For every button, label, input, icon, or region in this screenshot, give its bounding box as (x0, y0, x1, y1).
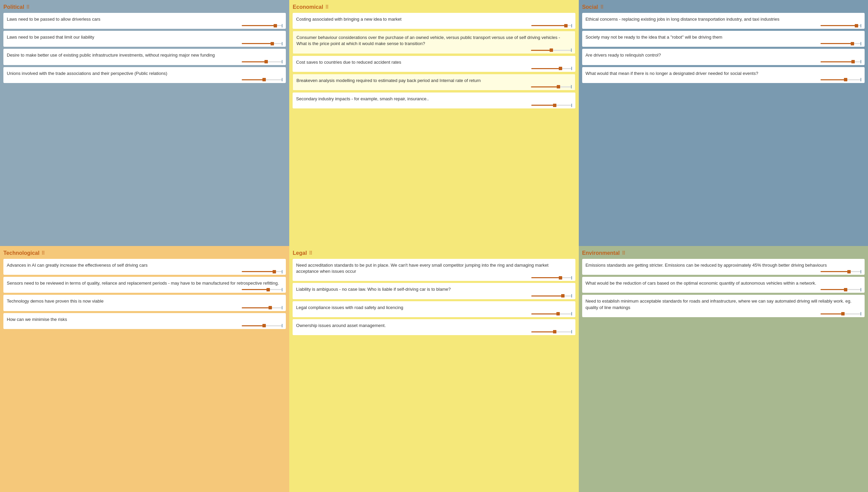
slider-track[interactable] (821, 79, 861, 80)
card-economical-2[interactable]: Cost saves to countries due to reduced a… (293, 56, 575, 72)
card-slider[interactable] (7, 271, 282, 273)
slider-track[interactable] (821, 271, 861, 272)
card-slider[interactable] (586, 43, 861, 45)
card-slider[interactable] (296, 313, 572, 315)
slider-track[interactable] (242, 289, 282, 290)
slider-track[interactable] (821, 61, 861, 62)
card-legal-1[interactable]: Liability is ambiguous - no case law. Wh… (293, 283, 575, 299)
card-economical-1[interactable]: Consumer behaviour considerations over t… (293, 31, 575, 54)
slider-track[interactable] (242, 43, 282, 44)
drag-icon[interactable]: ⠿ (309, 250, 312, 256)
drag-icon[interactable]: ⠿ (26, 4, 29, 10)
card-slider[interactable] (296, 86, 571, 88)
slider-thumb[interactable] (844, 78, 847, 81)
slider-track[interactable] (531, 68, 572, 69)
card-technological-3[interactable]: How can we minimise the risks (3, 313, 286, 329)
card-social-1[interactable]: Society may not be ready to the idea tha… (582, 31, 865, 47)
card-slider[interactable] (296, 331, 572, 333)
slider-thumb[interactable] (556, 312, 560, 315)
card-legal-2[interactable]: Legal compliance issues with road safety… (293, 301, 575, 317)
card-environmental-2[interactable]: Need to establish minimum acceptable sta… (582, 295, 865, 317)
drag-icon[interactable]: ⠿ (325, 4, 329, 10)
card-slider[interactable] (296, 25, 572, 27)
slider-track[interactable] (242, 325, 282, 326)
card-social-3[interactable]: What would that mean if there is no long… (582, 67, 865, 83)
slider-thumb[interactable] (273, 270, 276, 273)
card-slider[interactable] (7, 61, 282, 63)
slider-thumb[interactable] (844, 288, 847, 291)
slider-thumb[interactable] (561, 294, 565, 298)
slider-thumb[interactable] (274, 24, 277, 27)
card-political-0[interactable]: Laws need to be passed to allow driverle… (3, 13, 286, 29)
slider-track[interactable] (821, 289, 861, 290)
card-slider[interactable] (296, 105, 572, 106)
slider-track[interactable] (531, 295, 572, 296)
slider-track[interactable] (531, 313, 572, 314)
card-slider[interactable] (296, 277, 572, 279)
card-slider[interactable] (7, 325, 282, 327)
slider-thumb[interactable] (855, 24, 858, 27)
slider-track[interactable] (531, 331, 572, 332)
card-technological-0[interactable]: Advances in AI can greatly increase the … (3, 259, 286, 275)
slider-thumb[interactable] (262, 78, 266, 81)
slider-thumb[interactable] (564, 24, 568, 27)
slider-track[interactable] (242, 307, 282, 308)
card-slider[interactable] (586, 25, 861, 27)
card-slider[interactable] (586, 79, 861, 81)
slider-track[interactable] (531, 50, 572, 51)
card-slider[interactable] (7, 25, 282, 27)
card-slider[interactable] (586, 289, 861, 291)
slider-thumb[interactable] (553, 330, 556, 333)
slider-track[interactable] (242, 271, 282, 272)
drag-icon[interactable]: ⠿ (41, 250, 45, 256)
card-legal-3[interactable]: Ownership issues around asset management… (293, 319, 575, 335)
slider-track[interactable] (531, 105, 572, 106)
slider-thumb[interactable] (271, 42, 274, 45)
card-legal-0[interactable]: Need accreditation standards to be put i… (293, 259, 575, 281)
slider-thumb[interactable] (553, 104, 556, 107)
card-economical-0[interactable]: Costing associated with bringing a new i… (293, 13, 575, 29)
slider-thumb[interactable] (559, 67, 562, 70)
slider-track[interactable] (821, 313, 861, 314)
slider-track[interactable] (531, 86, 572, 87)
card-slider[interactable] (7, 43, 282, 45)
slider-thumb[interactable] (851, 60, 855, 63)
card-political-1[interactable]: Laws need to be passed that limit our li… (3, 31, 286, 47)
card-environmental-1[interactable]: What would be the reduction of cars base… (582, 277, 865, 293)
slider-track[interactable] (531, 277, 572, 278)
card-slider[interactable] (7, 289, 282, 291)
slider-thumb[interactable] (559, 276, 562, 280)
drag-icon[interactable]: ⠿ (600, 4, 604, 10)
card-slider[interactable] (586, 313, 861, 315)
slider-thumb[interactable] (557, 85, 560, 88)
slider-track[interactable] (821, 25, 861, 26)
slider-thumb[interactable] (264, 60, 268, 63)
slider-thumb[interactable] (267, 288, 270, 291)
card-economical-4[interactable]: Secondary industry impacts - for example… (293, 93, 575, 108)
card-social-2[interactable]: Are drivers ready to relinquish control? (582, 49, 865, 65)
slider-thumb[interactable] (841, 312, 845, 315)
card-social-0[interactable]: Ethical concerns - replacing existing jo… (582, 13, 865, 29)
slider-thumb[interactable] (847, 270, 851, 273)
slider-thumb[interactable] (851, 42, 854, 45)
card-slider[interactable] (296, 295, 572, 297)
card-slider[interactable] (296, 68, 572, 70)
card-slider[interactable] (7, 307, 282, 309)
slider-track[interactable] (821, 43, 861, 44)
card-slider[interactable] (296, 50, 571, 52)
slider-thumb[interactable] (269, 306, 272, 309)
card-economical-3[interactable]: Breakeven analysis modelling required to… (293, 74, 575, 90)
card-slider[interactable] (586, 61, 861, 63)
card-environmental-0[interactable]: Emissions standards are getting stricter… (582, 259, 865, 275)
drag-icon[interactable]: ⠿ (622, 250, 625, 256)
slider-track[interactable] (242, 61, 282, 62)
card-political-3[interactable]: Unions involved with the trade associati… (3, 67, 286, 83)
card-slider[interactable] (586, 271, 861, 273)
slider-track[interactable] (242, 79, 282, 80)
card-technological-1[interactable]: Sensors need to be reviewed in terms of … (3, 277, 286, 293)
card-technological-2[interactable]: Technology demos have proven this is now… (3, 295, 286, 311)
slider-track[interactable] (242, 25, 282, 26)
card-political-2[interactable]: Desire to make better use of existing pu… (3, 49, 286, 65)
slider-thumb[interactable] (262, 324, 266, 327)
slider-thumb[interactable] (550, 48, 553, 52)
